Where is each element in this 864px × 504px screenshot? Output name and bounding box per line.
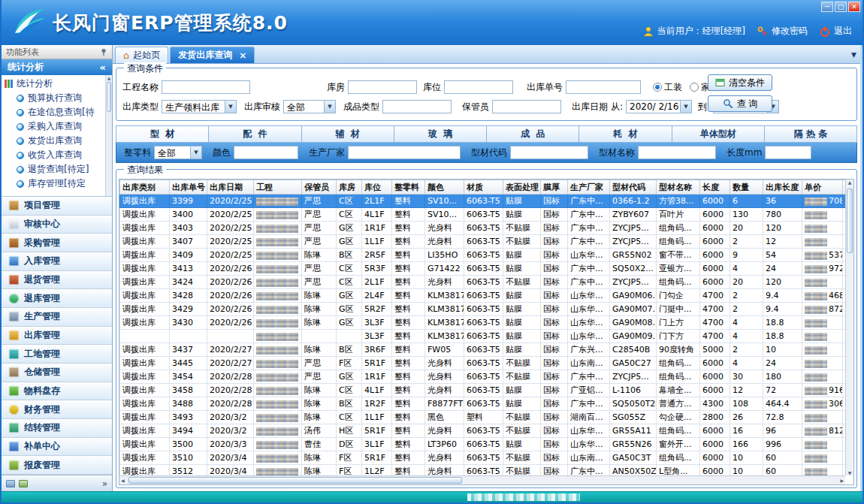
material-tab[interactable]: 成 品 [487, 125, 579, 143]
zhengling-combo[interactable]: 全部▼ [154, 146, 202, 159]
column-header[interactable]: 出库类别 [120, 180, 170, 195]
table-row[interactable]: 调拨出库34942020/3/2汤伟H区5R1F整料光身料6063-T5不贴膜国… [120, 424, 846, 438]
tree-item[interactable]: 在途信息查询[待 [5, 105, 104, 119]
length-input[interactable] [765, 146, 811, 159]
close-button[interactable]: ✕ [848, 2, 860, 12]
tree-item[interactable]: 退货查询[待定] [5, 162, 104, 177]
tree-item[interactable]: 发货出库查询 [5, 134, 104, 148]
sidebar-module[interactable]: 审核中心 [2, 216, 112, 234]
table-row[interactable]: 调拨出库34542020/2/28严思G区1R1F整料光身料6063-T5不贴膜… [120, 370, 846, 384]
grid-view-icon[interactable] [19, 480, 28, 487]
table-row[interactable]: 调拨出库34072020/2/25严思G区1L1F整料光身料6063-T5不贴膜… [120, 235, 846, 249]
location-input[interactable] [444, 80, 513, 94]
manufacturer-input[interactable] [348, 146, 461, 159]
column-header[interactable]: 生产厂家 [568, 180, 610, 195]
pin-icon[interactable] [100, 48, 107, 56]
tab-close-icon[interactable]: × [239, 50, 246, 61]
tree-item[interactable]: 采购入库查询 [5, 119, 104, 134]
tree-item[interactable]: 收货入库查询 [5, 148, 104, 162]
logout-button[interactable]: 退出 [820, 25, 852, 38]
column-header[interactable]: 颜色 [425, 180, 464, 195]
table-row[interactable]: 调拨出库34302020/2/26陈琳G区3L3F整料KLM38176063-T… [120, 316, 846, 330]
column-header[interactable]: 出库日期 [207, 180, 254, 195]
column-header[interactable]: 单价 [802, 180, 843, 195]
table-row[interactable]: 3L3F整料KLM38176063-T5贴膜国标山东华...GA90M09...… [120, 330, 846, 343]
table-row[interactable]: 调拨出库34002020/2/25严思C区4L1F整料SV10...6063-T… [120, 208, 846, 222]
clear-conditions-button[interactable]: 清空条件 [708, 74, 772, 91]
sidebar-module[interactable]: 财务管理 [2, 400, 112, 419]
sidebar-group-statistics[interactable]: 统计分析 « [2, 59, 112, 75]
sidebar-module[interactable]: 报废管理 [2, 456, 112, 475]
table-row[interactable]: 调拨出库35102020/3/4陈琳F区5R1F整料光身料6063-T5不贴膜国… [120, 451, 846, 465]
table-row[interactable]: 调拨出库34242020/2/26严思C区2L1F整料光身料6063-T5不贴膜… [120, 276, 846, 289]
table-row[interactable]: 调拨出库34582020/2/28陈琳C区4L1F整料光身料6063-T5贴膜国… [120, 384, 846, 397]
column-header[interactable]: 工程 [254, 180, 302, 195]
date-from-picker[interactable]: 2020/ 2/16▼ [626, 100, 692, 113]
table-row[interactable]: 调拨出库33992020/2/25严思C区2L1F整料SV10...6063-T… [120, 195, 846, 208]
sidebar-module[interactable]: 出库管理 [2, 327, 112, 346]
material-tab[interactable]: 型 材 [116, 125, 209, 143]
material-tab[interactable]: 隔 热 条 [765, 125, 857, 143]
collapse-icon[interactable]: « [100, 62, 106, 73]
warehouse-input[interactable] [348, 80, 417, 94]
sidebar-module[interactable]: 入库管理 [2, 252, 112, 271]
tree-item[interactable]: 库存管理[待定 [5, 177, 104, 191]
project-name-input[interactable] [162, 80, 250, 94]
column-header[interactable]: 型材名称 [657, 180, 700, 195]
change-password-button[interactable]: 修改密码 [757, 25, 808, 38]
column-header[interactable]: 整零料 [392, 180, 425, 195]
column-header[interactable]: 库房 [337, 180, 362, 195]
table-row[interactable]: 调拨出库34882020/2/28陈琳B区1R2F整料F8877FT6063-T… [120, 397, 846, 411]
column-header[interactable]: 长度 [700, 180, 730, 195]
audit-combo[interactable]: 全部▼ [283, 100, 336, 113]
sidebar-module[interactable]: 物料盘存 [2, 382, 112, 401]
tree-item[interactable]: 预算执行查询 [5, 91, 104, 105]
monitor-icon[interactable] [6, 480, 15, 487]
sidebar-module[interactable]: 退库管理 [2, 289, 112, 308]
profile-name-input[interactable] [638, 146, 716, 159]
sidebar-module[interactable]: 工地管理 [2, 345, 112, 364]
out-type-combo[interactable]: 生产领料出库▼ [162, 100, 237, 113]
table-row[interactable]: 调拨出库34132020/2/26严思C区5R3F整料G714226063-T5… [120, 262, 846, 276]
sidebar-module[interactable]: 生产管理 [2, 308, 112, 327]
table-row[interactable]: 调拨出库34092020/2/25陈琳B区2R5F整料LI35HO6063-T5… [120, 249, 846, 262]
sidebar-module[interactable]: 补单中心 [2, 438, 112, 457]
product-type-input[interactable] [382, 100, 452, 113]
table-row[interactable]: 调拨出库35002020/3/3曹佳D区3L1F整料LT3P606063-T5贴… [120, 438, 846, 451]
maximize-button[interactable]: □ [835, 2, 847, 12]
material-tab[interactable]: 辅 材 [302, 125, 394, 143]
column-header[interactable]: 材质 [464, 180, 503, 195]
tree-root-statistics[interactable]: 统计分析 [5, 77, 104, 91]
table-row[interactable]: 调拨出库34292020/2/26陈琳G区5R2F整料KLM38176063-T… [120, 303, 846, 316]
table-row[interactable]: 调拨出库34452020/2/27严思F区5R1F整料光身料6063-T5不贴膜… [120, 357, 846, 370]
table-row[interactable]: 调拨出库34282020/2/26陈琳G区2L4F整料KLM38176063-T… [120, 289, 846, 303]
tab-list-dropdown-icon[interactable]: ▼ [851, 51, 856, 59]
table-row[interactable]: 调拨出库35122020/3/4陈琳F区1L2F整料光身料6063-T5不贴膜国… [120, 465, 846, 476]
column-header[interactable]: 保管员 [302, 180, 337, 195]
tab-shipment-outbound-query[interactable]: 发货出库查询 × [170, 47, 255, 63]
table-row[interactable]: 调拨出库34032020/2/25严思G区1R1F整料光身料6063-T5不贴膜… [120, 222, 846, 235]
column-header[interactable]: 库位 [362, 180, 392, 195]
material-tab[interactable]: 单体型材 [672, 125, 765, 143]
profile-code-input[interactable] [510, 146, 588, 159]
column-header[interactable]: 出库单号 [170, 180, 207, 195]
search-button[interactable]: 查 询 [708, 95, 772, 112]
sidebar-module[interactable]: 采购管理 [2, 234, 112, 252]
column-header[interactable]: 型材代码 [610, 180, 657, 195]
order-no-input[interactable] [566, 80, 641, 94]
material-tab[interactable]: 耗 材 [579, 125, 672, 143]
tree-scrollbar[interactable]: ▲ [105, 75, 112, 196]
material-tab[interactable]: 玻 璃 [394, 125, 487, 143]
column-header[interactable]: 出库长度 [763, 180, 802, 195]
material-tab[interactable]: 配 件 [209, 125, 301, 143]
table-row[interactable]: 调拨出库34932020/3/2陈琳C区1L1F整料黑色塑料不贴膜国标湖南百..… [120, 411, 846, 424]
sidebar-module[interactable]: 项目管理 [2, 197, 112, 216]
overflow-chevron-icon[interactable]: » [102, 478, 107, 489]
color-input[interactable] [234, 146, 298, 159]
vertical-scrollbar[interactable]: ▲▼ [845, 180, 853, 475]
sidebar-module[interactable]: 仓储管理 [2, 364, 112, 382]
horizontal-scrollbar[interactable]: ◀▶ [119, 475, 845, 484]
sidebar-module[interactable]: 结转管理 [2, 419, 112, 438]
column-header[interactable]: 膜厚 [541, 180, 568, 195]
table-row[interactable]: 调拨出库34372020/2/27陈琳B区3R6F整料FW056063-T5贴膜… [120, 343, 846, 357]
